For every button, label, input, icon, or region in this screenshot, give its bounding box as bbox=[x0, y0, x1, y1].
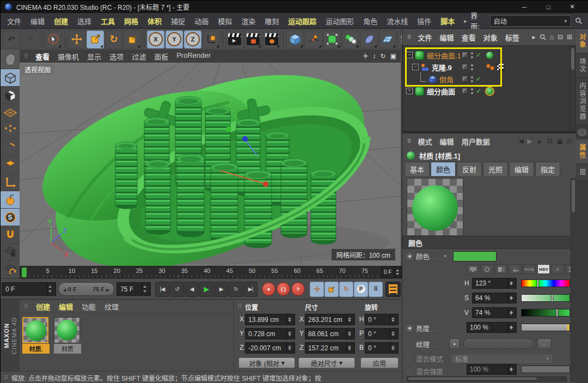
blend-strength-field[interactable]: 100 % bbox=[467, 364, 517, 375]
timeline-ruler[interactable]: 051015202530354045505560657075 bbox=[20, 266, 382, 278]
add-cube-button[interactable] bbox=[286, 31, 304, 48]
render-picture-viewer-button[interactable] bbox=[244, 31, 262, 48]
coordinate-mode-dropdown[interactable]: 对象 (相对▾ bbox=[238, 357, 295, 368]
record-keyframe-button[interactable]: ● bbox=[262, 282, 275, 296]
add-cloner-button[interactable] bbox=[342, 31, 359, 48]
model-mode-button[interactable] bbox=[1, 69, 20, 87]
spinner[interactable] bbox=[508, 364, 513, 374]
panel-splitter-handle[interactable]: ⠿ bbox=[578, 129, 587, 136]
viewport-menu-item[interactable]: 摄像机 bbox=[58, 51, 79, 62]
menu-item[interactable]: 体积 bbox=[148, 16, 162, 26]
menu-item[interactable]: 插件 bbox=[417, 16, 431, 26]
polygons-mode-button[interactable] bbox=[1, 156, 20, 174]
spectrum-icon[interactable] bbox=[495, 264, 507, 274]
lock-icon[interactable] bbox=[557, 138, 563, 145]
color-wheel-icon[interactable] bbox=[481, 264, 493, 274]
menu-item[interactable]: 雕刻 bbox=[265, 16, 279, 26]
last-tool[interactable] bbox=[124, 31, 141, 48]
add-subdivision-surface-button[interactable] bbox=[323, 31, 341, 48]
parent-up-icon[interactable]: ▲ bbox=[536, 137, 543, 145]
render-view-button[interactable]: ▶ bbox=[226, 31, 243, 48]
rgb-mode-button[interactable]: RGB bbox=[523, 264, 536, 274]
undo-button[interactable]: ↶ bbox=[3, 31, 20, 48]
blend-strength-slider[interactable] bbox=[521, 366, 570, 373]
previous-key-button[interactable]: ↺ bbox=[170, 282, 184, 297]
texture-expand-button[interactable]: ▸ bbox=[449, 338, 460, 349]
coordinate-value-field[interactable]: 0.728 cm bbox=[245, 328, 295, 339]
menu-item[interactable]: 运动跟踪 bbox=[288, 16, 316, 26]
lock-x-axis-button[interactable]: X bbox=[147, 31, 164, 48]
workplane-mode-button[interactable] bbox=[1, 261, 20, 278]
menu-item[interactable]: 运动图形 bbox=[326, 16, 354, 26]
menu-item[interactable]: 渲染 bbox=[241, 16, 255, 26]
previous-frame-button[interactable]: ◀ bbox=[185, 282, 199, 297]
spinner[interactable] bbox=[508, 308, 513, 318]
spinner[interactable] bbox=[346, 329, 352, 339]
material-name-label[interactable]: 材质 bbox=[54, 344, 81, 354]
workplane-button[interactable] bbox=[1, 104, 20, 121]
keyframe-circle-icon[interactable] bbox=[407, 253, 413, 259]
menu-item[interactable]: 角色 bbox=[363, 16, 377, 26]
coordinate-value-field[interactable]: 88.061 cm bbox=[305, 328, 355, 339]
viewport[interactable]: ⠿ 查看摄像机显示选项过滤面板ProRender ✛ ↕ ↻ ▣ 透视视图 网格… bbox=[20, 50, 401, 266]
viewport-menu-item[interactable]: 面板 bbox=[154, 51, 168, 62]
coordinate-system-button[interactable] bbox=[203, 31, 220, 48]
spinner[interactable] bbox=[508, 278, 513, 288]
layer-square-icon[interactable] bbox=[462, 88, 468, 94]
search-icon[interactable] bbox=[575, 17, 582, 25]
object-manager-menu-item[interactable]: 编辑 bbox=[440, 32, 454, 42]
side-tab-属性[interactable]: 属性 bbox=[576, 139, 588, 164]
magnet-snap-button[interactable] bbox=[1, 226, 20, 244]
panel-grip[interactable]: ⠿ bbox=[407, 34, 411, 41]
blend-mode-dropdown[interactable]: 标准▾ bbox=[451, 354, 553, 364]
menu-overflow-arrow[interactable]: ▸ bbox=[532, 33, 536, 41]
spinner[interactable] bbox=[390, 343, 395, 353]
menu-item[interactable]: 网格 bbox=[124, 16, 138, 26]
texture-mode-button[interactable] bbox=[1, 87, 20, 104]
coordinate-value-field[interactable]: 263.201 cm bbox=[305, 314, 355, 325]
menu-item[interactable]: 模拟 bbox=[218, 16, 232, 26]
spinner[interactable] bbox=[508, 293, 513, 303]
material-menu-item[interactable]: 纹理 bbox=[105, 301, 119, 312]
object-manager-menu-item[interactable]: 查看 bbox=[462, 32, 476, 42]
hsv-value-field[interactable]: 123 ° bbox=[472, 278, 517, 289]
target-icon[interactable]: ◎ bbox=[567, 137, 572, 145]
viewport-rotate-icon[interactable]: ↻ bbox=[381, 52, 386, 60]
enable-snap-button[interactable]: S bbox=[1, 209, 20, 226]
menu-overflow-arrow[interactable]: ▸ bbox=[464, 18, 467, 24]
enabled-check-icon[interactable]: ✓ bbox=[476, 87, 483, 95]
side-tab-对象[interactable]: 对象 bbox=[576, 29, 588, 53]
visibility-dots-icon[interactable] bbox=[471, 88, 473, 94]
menu-item[interactable]: 创建 bbox=[54, 16, 68, 26]
viewport-menu-item[interactable]: 选项 bbox=[109, 51, 124, 62]
panel-grip[interactable]: ⠿ bbox=[407, 138, 411, 145]
tab-颜色[interactable]: 颜色 bbox=[431, 162, 456, 176]
viewport-maximize-icon[interactable]: ▣ bbox=[390, 52, 396, 60]
chevron-down-icon[interactable]: ▾ bbox=[444, 253, 446, 259]
spinner[interactable] bbox=[390, 329, 395, 339]
side-tab-场次[interactable]: 场次 bbox=[576, 53, 588, 78]
coordinate-value-field[interactable]: 0 ° bbox=[365, 342, 399, 354]
frame-range-slider[interactable]: ◀ 0 F 75 F ▶ bbox=[58, 282, 115, 296]
scale-tool[interactable] bbox=[87, 31, 104, 48]
history-back-icon[interactable]: ◀ bbox=[518, 137, 523, 145]
menu-item[interactable]: 编辑 bbox=[30, 16, 45, 26]
attribute-menu-item[interactable]: 模式 bbox=[418, 136, 432, 147]
lock-y-axis-button[interactable]: Y bbox=[166, 31, 183, 48]
side-tab-内容浏览器[interactable]: 内容浏览器 bbox=[576, 78, 588, 125]
hsv-value-field[interactable]: 74 % bbox=[472, 307, 517, 318]
tab-编辑[interactable]: 编辑 bbox=[509, 162, 534, 176]
keyframe-help-button[interactable]: ? bbox=[291, 282, 305, 296]
hsv-mode-button[interactable]: HSV bbox=[537, 264, 550, 274]
viewport-menu-item[interactable]: 过滤 bbox=[132, 51, 146, 62]
keyframe-scale-button[interactable] bbox=[324, 282, 339, 297]
tab-指定[interactable]: 指定 bbox=[535, 162, 560, 176]
next-key-button[interactable]: ↻ bbox=[229, 282, 243, 297]
keyframe-circle-icon[interactable] bbox=[407, 325, 413, 331]
home-icon[interactable]: ⌂ bbox=[550, 33, 554, 41]
play-button[interactable]: ▶ bbox=[199, 282, 213, 297]
menu-item[interactable]: 脚本 bbox=[440, 16, 455, 26]
brightness-field[interactable]: 100 % bbox=[467, 322, 517, 333]
lock-z-axis-button[interactable]: Z bbox=[184, 31, 201, 48]
spinner[interactable] bbox=[142, 283, 147, 295]
